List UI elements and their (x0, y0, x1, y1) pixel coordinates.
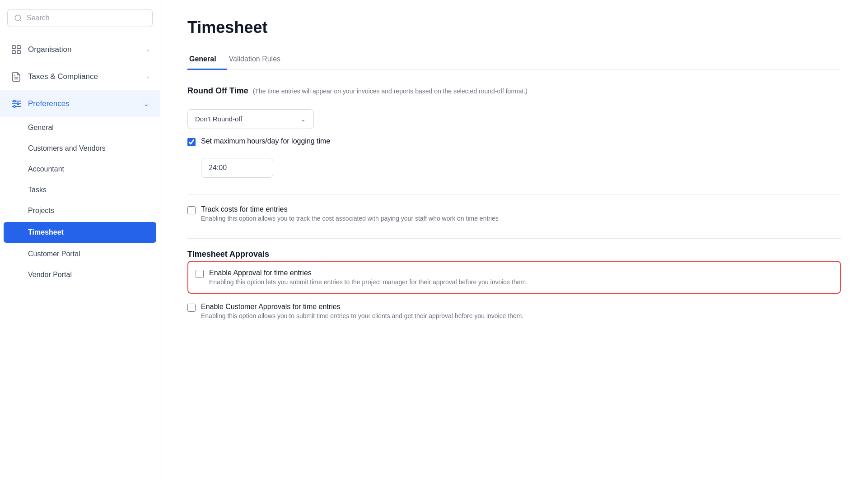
enable-approval-highlighted-box: Enable Approval for time entries Enablin… (187, 261, 841, 294)
track-costs-row: Track costs for time entries Enabling th… (187, 205, 841, 222)
enable-approval-row: Enable Approval for time entries Enablin… (196, 269, 833, 286)
sidebar-item-organisation[interactable]: Organisation › (0, 36, 160, 63)
track-costs-checkbox[interactable] (187, 206, 196, 214)
divider-1 (187, 194, 841, 194)
svg-rect-2 (12, 46, 15, 49)
svg-rect-4 (17, 46, 20, 49)
sidebar-item-taxes[interactable]: Taxes & Compliance › (0, 63, 160, 90)
tabs-bar: General Validation Rules (187, 51, 841, 70)
track-costs-label[interactable]: Track costs for time entries (201, 205, 287, 213)
chevron-down-icon: ⌄ (300, 115, 306, 123)
track-costs-section: Track costs for time entries Enabling th… (187, 205, 841, 222)
svg-rect-5 (17, 51, 20, 54)
max-hours-row: Set maximum hours/day for logging time (187, 137, 841, 146)
timesheet-approvals-title: Timesheet Approvals (187, 250, 841, 259)
sidebar: Search Organisation › Taxes & Compliance (0, 0, 160, 481)
sidebar-item-customer-portal[interactable]: Customer Portal (0, 244, 160, 264)
sidebar-item-general[interactable]: General (0, 117, 160, 138)
round-off-title: Round Off Time (187, 86, 248, 96)
svg-rect-3 (12, 51, 15, 54)
sidebar-item-label: Taxes & Compliance (28, 72, 98, 81)
enable-approval-label[interactable]: Enable Approval for time entries (209, 269, 312, 277)
search-box[interactable]: Search (7, 9, 153, 27)
divider-2 (187, 238, 841, 239)
chevron-right-icon: › (147, 73, 149, 80)
enable-approval-desc: Enabling this option lets you submit tim… (209, 278, 527, 286)
sidebar-item-projects[interactable]: Projects (0, 200, 160, 221)
customer-approvals-row: Enable Customer Approvals for time entri… (187, 303, 841, 319)
svg-point-8 (14, 100, 15, 102)
sliders-icon (11, 98, 22, 109)
track-costs-desc: Enabling this option allows you to track… (201, 215, 499, 222)
svg-line-1 (19, 19, 21, 21)
search-placeholder: Search (27, 14, 50, 22)
svg-point-9 (17, 103, 19, 105)
max-hours-label[interactable]: Set maximum hours/day for logging time (201, 137, 330, 145)
customer-approvals-label[interactable]: Enable Customer Approvals for time entri… (201, 303, 341, 310)
sidebar-item-tasks[interactable]: Tasks (0, 180, 160, 200)
round-off-time-section: Round Off Time (The time entries will ap… (187, 86, 841, 178)
preferences-subnav: General Customers and Vendors Accountant… (0, 117, 160, 285)
chevron-down-icon: ⌄ (144, 100, 149, 107)
page-title: Timesheet (187, 18, 841, 37)
sidebar-item-timesheet[interactable]: Timesheet (4, 222, 156, 243)
dropdown-value: Don't Round-off (195, 115, 242, 123)
sidebar-item-vendor-portal[interactable]: Vendor Portal (0, 264, 160, 285)
main-content: Timesheet General Validation Rules Round… (160, 0, 868, 481)
sidebar-item-customers-vendors[interactable]: Customers and Vendors (0, 138, 160, 159)
customer-approvals-desc: Enabling this option allows you to submi… (201, 312, 523, 319)
round-off-subtitle: (The time entries will appear on your in… (253, 88, 527, 95)
max-hours-input[interactable] (201, 158, 273, 178)
sidebar-item-label: Preferences (28, 99, 70, 108)
svg-point-10 (14, 106, 15, 107)
sidebar-item-accountant[interactable]: Accountant (0, 159, 160, 180)
chevron-right-icon: › (147, 46, 149, 53)
timesheet-approvals-section: Timesheet Approvals Enable Approval for … (187, 250, 841, 319)
search-icon (14, 14, 22, 22)
tab-general[interactable]: General (187, 51, 227, 70)
document-icon (11, 71, 22, 82)
sidebar-item-label: Organisation (28, 45, 71, 54)
tab-validation-rules[interactable]: Validation Rules (227, 51, 291, 70)
sidebar-item-preferences[interactable]: Preferences ⌄ (0, 90, 160, 117)
building-icon (11, 44, 22, 55)
enable-approval-checkbox[interactable] (196, 270, 204, 278)
sidebar-navigation: Organisation › Taxes & Compliance › (0, 36, 160, 294)
customer-approvals-checkbox[interactable] (187, 304, 196, 312)
max-hours-checkbox[interactable] (187, 138, 196, 146)
round-off-dropdown[interactable]: Don't Round-off ⌄ (187, 109, 314, 129)
